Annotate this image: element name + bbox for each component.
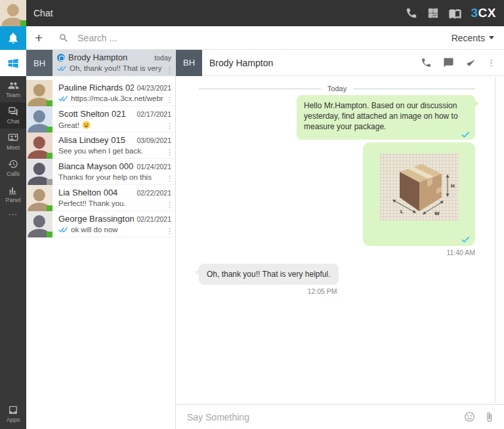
image-attachment[interactable]: H L W [363,142,475,246]
peer-avatar-initials: BH [176,50,202,76]
conversation-panel: BH Brody Hampton ⋮ Today Hello Mr.Hampto… [176,50,504,429]
contact-name: Alisa Lindsey 015 [58,135,134,145]
chat-list-item[interactable]: George Brassington 002 02/21/2021 ok wil… [26,211,175,237]
avatar [26,106,52,133]
kebab-icon[interactable]: ⋮ [487,58,495,68]
message-timestamp: 12:05 PM [199,287,337,295]
sidebar-label-panel: Panel [5,197,20,203]
left-nav-rail: Team Chat Meet Calls Panel ... Apps [0,50,26,429]
presence-indicator [47,153,52,159]
contact-badge-icon [57,54,65,62]
kebab-icon[interactable]: ⋮ [166,96,173,104]
message-timestamp: 11:40 AM [446,249,475,256]
presence-indicator [47,127,52,133]
sidebar-item-apps[interactable]: Apps [0,401,26,428]
contact-name: Pauline Richards 027 [58,83,134,92]
message-input[interactable] [176,412,464,422]
kebab-icon[interactable]: ⋮ [166,228,173,235]
contacts-book-icon[interactable] [449,7,461,20]
chat-list-item[interactable]: Pauline Richards 027 04/23/2021 https://… [26,80,175,106]
top-bar: Chat 3CX [0,0,504,26]
delivered-check-icon [461,131,470,138]
chat-list-item[interactable]: Bianca Mayson 000 01/24/2021 Thanks for … [26,159,175,185]
chevron-down-icon [489,36,494,39]
sidebar-item-calls[interactable]: Calls [0,155,26,181]
kebab-icon[interactable]: ⋮ [166,149,173,156]
avatar [26,159,52,185]
windows-logo-icon [7,57,20,70]
page-title: Chat [33,8,53,18]
qr-code-icon[interactable] [427,7,439,19]
message-preview: Perfect!! Thank you. [58,199,163,207]
paperclip-icon[interactable] [484,411,495,422]
chat-list-item[interactable]: Lia Shelton 004 02/22/2021 Perfect!! Tha… [26,185,175,211]
message-text: Hello Mr.Hampton. Based on our discussio… [304,101,458,131]
sidebar-more-button[interactable]: ... [0,207,26,224]
chat-list-item-selected[interactable]: BH Brody Hampton today Oh, thank you!! T… [26,50,175,76]
chat-date: 04/23/2021 [136,84,171,92]
read-receipt-icon [58,95,68,102]
dim-label-l: L [400,209,404,214]
day-divider: Today [199,85,475,92]
message-text: Oh, thank you!! That is very helpful. [207,270,331,279]
dim-label-w: W [434,211,440,216]
tick-icon[interactable] [465,58,476,68]
avatar [26,185,52,211]
contact-name: Scott Shelton 021 [58,109,134,119]
search-input[interactable] [77,33,451,43]
incoming-message: Oh, thank you!! That is very helpful. 12… [199,264,339,295]
delivered-check-icon [461,236,470,243]
kebab-icon[interactable]: ⋮ [166,67,173,74]
recents-filter-dropdown[interactable]: Recents [452,33,494,43]
sidebar-item-chat[interactable]: Chat [0,102,26,129]
phone-icon[interactable] [406,7,417,19]
3cx-logo: 3CX [471,6,496,20]
package-measurement-image: H L W [380,153,459,220]
chat-bubble-icon[interactable] [443,57,454,68]
sidebar-label-apps: Apps [7,417,20,423]
team-icon [8,81,19,91]
scrollbar[interactable] [495,77,496,403]
notifications-tile[interactable] [0,26,26,50]
sidebar-item-panel[interactable]: Panel [0,181,26,207]
dim-label-h: H [451,183,455,189]
user-avatar[interactable] [0,0,26,26]
chat-date: today [154,54,171,62]
message-preview: Great! [58,121,79,129]
chat-list-item[interactable]: Alisa Lindsey 015 03/09/2021 See you whe… [26,133,175,159]
call-icon[interactable] [421,57,432,68]
day-divider-label: Today [327,85,346,92]
kebab-icon[interactable]: ⋮ [166,123,173,130]
search-toolbar: + Recents [26,26,504,50]
chat-date: 01/24/2021 [136,163,171,171]
message-preview: ok will do now [71,226,163,234]
bell-icon [7,31,20,45]
chat-list-item[interactable]: Scott Shelton 021 02/17/2021 Great! ⋮ [26,106,175,133]
emoji-icon[interactable] [464,411,475,422]
sidebar-item-meet[interactable]: Meet [0,129,26,155]
avatar [26,80,52,106]
message-preview: https://mca-uk.3cx.net/webrtc/op ... [71,94,163,102]
windows-tile[interactable] [0,50,26,76]
panel-icon [8,185,18,195]
contact-name: George Brassington 002 [58,214,134,224]
sidebar-label-calls: Calls [7,171,20,177]
sidebar-item-team[interactable]: Team [0,76,26,102]
chat-date: 02/17/2021 [136,110,171,118]
outgoing-message: Hello Mr.Hampton. Based on our discussio… [199,92,475,140]
search-icon [58,33,69,43]
contact-name: Bianca Mayson 000 [58,161,134,171]
presence-indicator [47,179,52,185]
message-composer [176,404,504,429]
sidebar-label-meet: Meet [7,144,20,151]
kebab-icon[interactable]: ⋮ [166,201,173,209]
contact-name: Brody Hampton [68,52,152,62]
smiley-emoji [82,121,91,129]
apps-icon [8,406,18,415]
presence-indicator [47,232,52,237]
peer-name: Brody Hampton [209,58,273,68]
add-chat-button[interactable]: + [35,31,43,45]
chat-list: BH Brody Hampton today Oh, thank you!! T… [26,50,176,429]
avatar [26,211,52,237]
kebab-icon[interactable]: ⋮ [166,175,173,182]
